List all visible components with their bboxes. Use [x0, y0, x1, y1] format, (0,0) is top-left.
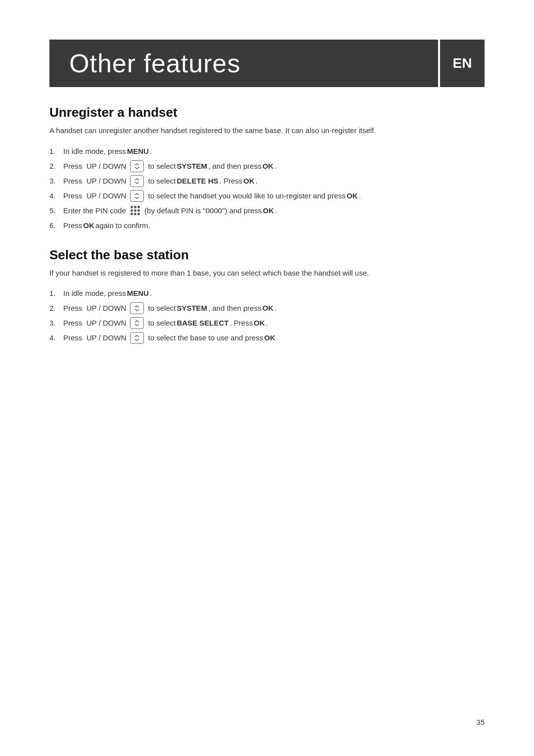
- header-title-box: Other features: [49, 40, 438, 87]
- numpad-icon: [131, 206, 140, 215]
- step-num: 2.: [49, 160, 63, 172]
- step-2-3: 3. Press UP / DOWN to select BASE SELECT…: [49, 317, 485, 329]
- step-num: 3.: [49, 317, 63, 329]
- step-bold: DELETE HS: [177, 175, 218, 187]
- step-1-4: 4. Press UP / DOWN to select the handset…: [49, 190, 485, 202]
- step-bold: OK: [264, 332, 275, 344]
- step-bold2: OK: [263, 302, 274, 314]
- step-bold: OK: [347, 190, 358, 202]
- step-content: Press UP / DOWN to select SYSTEM, and th…: [63, 160, 276, 172]
- step-content: Press OK again to confirm.: [63, 220, 150, 232]
- step-content: Enter the PIN code (by default PIN is "0…: [63, 205, 277, 217]
- step-bold2: OK: [254, 317, 265, 329]
- step-2-4: 4. Press UP / DOWN to select the base to…: [49, 332, 485, 344]
- section2-steps: 1. In idle mode, press MENU. 2. Press UP…: [49, 287, 485, 344]
- step-2-1: 1. In idle mode, press MENU.: [49, 287, 485, 299]
- step-bold2: OK: [263, 160, 274, 172]
- page-title: Other features: [69, 48, 240, 78]
- step-1-2: 2. Press UP / DOWN to select SYSTEM, and…: [49, 160, 485, 172]
- step-num: 2.: [49, 302, 63, 314]
- page: Other features EN Unregister a handset A…: [0, 0, 534, 756]
- step-bold: OK: [263, 205, 274, 217]
- nav-up-down-icon: [130, 190, 144, 202]
- step-num: 6.: [49, 220, 63, 232]
- step-num: 3.: [49, 175, 63, 187]
- nav-up-down-icon: [130, 302, 144, 314]
- step-1-1: 1. In idle mode, press MENU.: [49, 145, 485, 157]
- step-1-6: 6. Press OK again to confirm.: [49, 220, 485, 232]
- step-2-2: 2. Press UP / DOWN to select SYSTEM, and…: [49, 302, 485, 314]
- step-num: 4.: [49, 190, 63, 202]
- step-bold: SYSTEM: [177, 302, 207, 314]
- step-bold: SYSTEM: [177, 160, 207, 172]
- step-content: Press UP / DOWN to select the handset yo…: [63, 190, 361, 202]
- step-num: 4.: [49, 332, 63, 344]
- step-content: In idle mode, press MENU.: [63, 145, 152, 157]
- section2-description: If your handset is registered to more th…: [49, 268, 485, 279]
- step-num: 5.: [49, 205, 63, 217]
- step-1-3: 3. Press UP / DOWN to select DELETE HS. …: [49, 175, 485, 187]
- section1-steps: 1. In idle mode, press MENU. 2. Press UP…: [49, 145, 485, 232]
- step-bold: BASE SELECT: [177, 317, 228, 329]
- section2-heading: Select the base station: [49, 247, 485, 263]
- step-content: In idle mode, press MENU.: [63, 287, 152, 299]
- step-bold: OK: [83, 220, 94, 232]
- step-bold2: OK: [243, 175, 255, 187]
- section1-heading: Unregister a handset: [49, 105, 485, 120]
- step-content: Press UP / DOWN to select DELETE HS. Pre…: [63, 175, 258, 187]
- step-bold: MENU: [127, 145, 149, 157]
- step-num: 1.: [49, 145, 63, 157]
- step-content: Press UP / DOWN to select BASE SELECT. P…: [63, 317, 268, 329]
- nav-up-down-icon: [130, 160, 144, 172]
- step-content: Press UP / DOWN to select SYSTEM, and th…: [63, 302, 276, 314]
- nav-up-down-icon: [130, 317, 144, 329]
- page-number: 35: [476, 718, 485, 726]
- lang-badge: EN: [453, 55, 472, 71]
- nav-up-down-icon: [130, 175, 144, 187]
- section-base-station: Select the base station If your handset …: [49, 247, 485, 344]
- header-banner: Other features EN: [49, 40, 485, 87]
- step-content: Press UP / DOWN to select the base to us…: [63, 332, 278, 344]
- step-num: 1.: [49, 287, 63, 299]
- section1-description: A handset can unregister another handset…: [49, 125, 485, 137]
- nav-up-down-icon: [130, 332, 144, 344]
- step-bold: MENU: [127, 287, 149, 299]
- section-unregister: Unregister a handset A handset can unreg…: [49, 105, 485, 232]
- step-1-5: 5. Enter the PIN code (by defa: [49, 205, 485, 217]
- lang-badge-box: EN: [440, 40, 485, 87]
